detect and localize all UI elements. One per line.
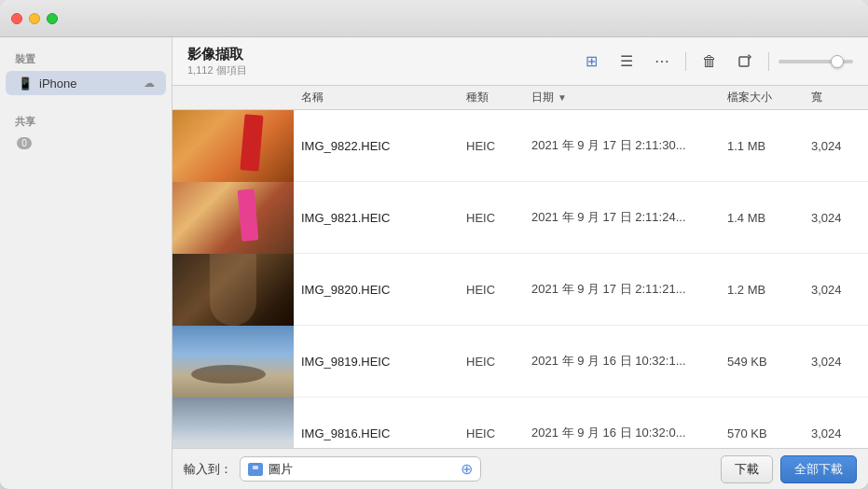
photo-preview bbox=[172, 254, 294, 326]
toolbar-divider2 bbox=[768, 52, 769, 71]
file-width: 3,024 bbox=[811, 355, 868, 369]
file-width: 3,024 bbox=[811, 283, 868, 297]
sort-arrow-icon: ▼ bbox=[558, 92, 567, 103]
rotate-icon bbox=[737, 54, 752, 69]
file-date: 2021 年 9 月 16 日 10:32:0... bbox=[531, 425, 727, 441]
col-type-header[interactable]: 種類 bbox=[466, 90, 531, 105]
file-date: 2021 年 9 月 17 日 2:11:21... bbox=[531, 281, 727, 298]
file-thumbnail bbox=[172, 182, 294, 254]
zoom-thumb bbox=[831, 55, 844, 68]
table-row[interactable]: IMG_9820.HEIC HEIC 2021 年 9 月 17 日 2:11:… bbox=[172, 254, 868, 326]
col-date-label: 日期 bbox=[531, 90, 554, 105]
app-window: 裝置 📱 iPhone ☁ 共享 0 影像擷取 1,112 個項目 bbox=[0, 0, 868, 489]
file-size: 570 KB bbox=[727, 426, 811, 440]
file-type: HEIC bbox=[466, 211, 531, 225]
main-content: 裝置 📱 iPhone ☁ 共享 0 影像擷取 1,112 個項目 bbox=[0, 37, 868, 489]
photo-preview bbox=[172, 110, 294, 182]
file-date: 2021 年 9 月 16 日 10:32:1... bbox=[531, 353, 727, 370]
photo-preview bbox=[172, 182, 294, 254]
file-width: 3,024 bbox=[811, 211, 868, 225]
file-type: HEIC bbox=[466, 426, 531, 440]
file-thumbnail bbox=[172, 326, 294, 398]
column-headers: 名稱 種類 日期 ▼ 檔案大小 寬 高 bbox=[172, 86, 868, 110]
zoom-slider[interactable] bbox=[778, 60, 853, 63]
toolbar-divider bbox=[685, 52, 686, 71]
file-size: 1.1 MB bbox=[727, 139, 811, 153]
file-type: HEIC bbox=[466, 283, 531, 297]
col-date-header[interactable]: 日期 ▼ bbox=[531, 90, 727, 105]
titlebar bbox=[0, 0, 868, 37]
more-options-button[interactable]: ⋯ bbox=[648, 48, 676, 76]
file-name: IMG_9819.HEIC bbox=[294, 355, 466, 369]
col-name-header[interactable]: 名稱 bbox=[294, 90, 466, 105]
toolbar-subtitle: 1,112 個項目 bbox=[187, 63, 577, 77]
table-row[interactable]: IMG_9822.HEIC HEIC 2021 年 9 月 17 日 2:11:… bbox=[172, 110, 868, 182]
file-date: 2021 年 9 月 17 日 2:11:24... bbox=[531, 209, 727, 226]
right-panel: 影像擷取 1,112 個項目 ⊞ ☰ ⋯ 🗑 bbox=[172, 37, 868, 489]
file-name: IMG_9820.HEIC bbox=[294, 283, 466, 297]
sidebar: 裝置 📱 iPhone ☁ 共享 0 bbox=[0, 37, 172, 489]
iphone-icon: 📱 bbox=[17, 75, 34, 91]
import-destination[interactable]: 圖片 ⊕ bbox=[240, 456, 481, 482]
toolbar: 影像擷取 1,112 個項目 ⊞ ☰ ⋯ 🗑 bbox=[172, 37, 868, 86]
list-view-button[interactable]: ☰ bbox=[613, 48, 641, 76]
grid-view-button[interactable]: ⊞ bbox=[577, 48, 605, 76]
bottom-bar: 輸入到： 圖片 ⊕ 下載 全部下載 bbox=[172, 448, 868, 489]
close-button[interactable] bbox=[11, 13, 22, 24]
destination-arrow-icon: ⊕ bbox=[461, 460, 473, 478]
shared-section: 共享 0 bbox=[0, 111, 172, 154]
file-name: IMG_9816.HEIC bbox=[294, 426, 466, 440]
file-name: IMG_9821.HEIC bbox=[294, 211, 466, 225]
rotate-button[interactable] bbox=[731, 48, 759, 76]
file-date: 2021 年 9 月 17 日 2:11:30... bbox=[531, 137, 727, 154]
devices-section-label: 裝置 bbox=[0, 49, 172, 70]
file-thumbnail bbox=[172, 110, 294, 182]
file-width: 3,024 bbox=[811, 139, 868, 153]
destination-text: 圖片 bbox=[269, 461, 455, 478]
toolbar-title-section: 影像擷取 1,112 個項目 bbox=[187, 46, 577, 77]
col-size-header[interactable]: 檔案大小 bbox=[727, 90, 811, 105]
shared-section-label: 共享 bbox=[0, 111, 172, 133]
file-thumbnail bbox=[172, 398, 294, 449]
file-name: IMG_9822.HEIC bbox=[294, 139, 466, 153]
table-row[interactable]: IMG_9821.HEIC HEIC 2021 年 9 月 17 日 2:11:… bbox=[172, 182, 868, 254]
folder-icon bbox=[248, 463, 263, 476]
download-all-button[interactable]: 全部下載 bbox=[780, 455, 857, 483]
sidebar-item-iphone[interactable]: 📱 iPhone ☁ bbox=[6, 71, 166, 95]
shared-count-badge: 0 bbox=[17, 137, 32, 149]
maximize-button[interactable] bbox=[47, 13, 58, 24]
file-size: 1.4 MB bbox=[727, 211, 811, 225]
download-button[interactable]: 下載 bbox=[721, 455, 773, 483]
file-size: 549 KB bbox=[727, 355, 811, 369]
table-row[interactable]: IMG_9819.HEIC HEIC 2021 年 9 月 16 日 10:32… bbox=[172, 326, 868, 398]
file-list: IMG_9822.HEIC HEIC 2021 年 9 月 17 日 2:11:… bbox=[172, 110, 868, 448]
table-row[interactable]: IMG_9816.HEIC HEIC 2021 年 9 月 16 日 10:32… bbox=[172, 398, 868, 448]
photo-preview bbox=[172, 398, 294, 449]
cloud-icon: ☁ bbox=[144, 77, 155, 90]
photo-preview bbox=[172, 326, 294, 398]
zoom-track bbox=[778, 60, 853, 63]
import-label: 輸入到： bbox=[184, 461, 232, 478]
toolbar-title: 影像擷取 bbox=[187, 46, 577, 63]
svg-rect-0 bbox=[739, 57, 749, 66]
minimize-button[interactable] bbox=[29, 13, 40, 24]
file-thumbnail bbox=[172, 254, 294, 326]
file-width: 3,024 bbox=[811, 426, 868, 440]
iphone-label: iPhone bbox=[39, 77, 144, 91]
file-type: HEIC bbox=[466, 139, 531, 153]
shared-row: 0 bbox=[6, 133, 166, 153]
traffic-lights bbox=[11, 13, 58, 24]
file-type: HEIC bbox=[466, 355, 531, 369]
delete-button[interactable]: 🗑 bbox=[696, 48, 723, 76]
toolbar-actions: ⊞ ☰ ⋯ 🗑 bbox=[577, 48, 853, 76]
col-width-header[interactable]: 寬 bbox=[811, 90, 868, 105]
file-size: 1.2 MB bbox=[727, 283, 811, 297]
